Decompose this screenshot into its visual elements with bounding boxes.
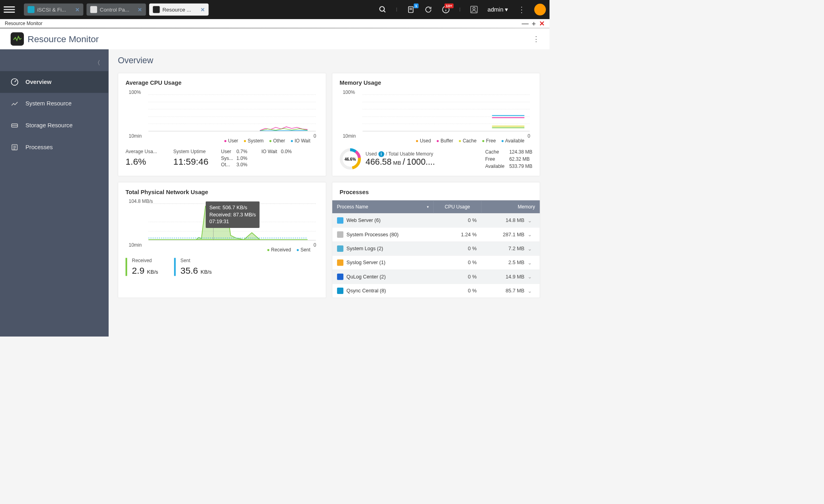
legend-item: IO Wait	[290, 138, 310, 144]
sidebar-item-label: Storage Resource	[25, 122, 72, 129]
stat-value: 2.9	[132, 266, 144, 276]
hamburger-menu-button[interactable]	[4, 4, 15, 15]
axis-zero: 0	[528, 134, 530, 139]
svg-point-9	[473, 8, 475, 10]
close-button[interactable]: ✕	[539, 19, 545, 27]
collapse-button[interactable]: 〈	[0, 54, 108, 71]
minimize-button[interactable]: —	[522, 19, 528, 27]
legend-item: User	[224, 138, 238, 144]
process-name: Qsync Central (8)	[347, 288, 386, 294]
col-memory[interactable]: Memory	[481, 200, 540, 214]
table-row[interactable]: Web Server (6) 0 % 14.8 MB ⌄	[332, 213, 540, 227]
app-icon	[11, 32, 24, 45]
legend-item: Sent	[296, 247, 310, 253]
col-cpu-usage[interactable]: CPU Usage	[434, 200, 481, 214]
process-memory: 287.1 MB	[477, 232, 524, 237]
process-icon	[337, 232, 343, 238]
info-icon[interactable]: 10+	[442, 6, 450, 14]
stat-value: 35.6	[181, 266, 198, 276]
chevron-down-icon[interactable]: ⌄	[524, 245, 535, 251]
sidebar: 〈 Overview System Resource Storage Resou…	[0, 49, 108, 336]
sidebar-item-label: Overview	[25, 78, 51, 85]
col-process-name[interactable]: Process Name▾	[332, 200, 434, 214]
user-icon[interactable]	[470, 6, 478, 14]
process-icon	[337, 274, 343, 280]
sync-icon[interactable]	[424, 6, 432, 14]
process-cpu: 1.24 %	[429, 232, 477, 237]
app-menu-icon[interactable]: ⋮	[532, 35, 539, 43]
stat-value: 1000....	[407, 157, 435, 167]
card-title: Total Physical Network Usage	[125, 189, 318, 195]
chart-icon	[11, 100, 19, 108]
sidebar-item-label: System Resource	[25, 100, 72, 107]
process-table: Process Name▾ CPU Usage Memory Web Serve…	[332, 200, 540, 298]
list-icon	[11, 143, 19, 151]
stat-value: 11:59:46	[173, 157, 213, 167]
info-icon[interactable]: i	[378, 151, 384, 157]
tab-label: Control Pa...	[100, 6, 129, 12]
chevron-down-icon[interactable]: ⌄	[524, 232, 535, 237]
dashboard-icon[interactable]	[534, 4, 546, 15]
process-name: System Logs (2)	[347, 246, 383, 252]
user-menu[interactable]: admin ▾	[487, 6, 508, 13]
more-icon[interactable]: ⋮	[518, 5, 525, 14]
table-row[interactable]: System Logs (2) 0 % 7.2 MB ⌄	[332, 241, 540, 255]
sidebar-item-overview[interactable]: Overview	[0, 71, 108, 93]
tab-label: iSCSI & Fi...	[37, 6, 66, 12]
process-icon	[337, 245, 343, 252]
chevron-down-icon[interactable]: ⌄	[524, 288, 535, 294]
close-icon[interactable]: ✕	[201, 6, 205, 13]
task-tabs: iSCSI & Fi...✕ Control Pa...✕ Resource .…	[24, 4, 208, 16]
cpu-chart: 100% 10min 0	[125, 90, 318, 137]
process-name: Syslog Server (1)	[347, 260, 386, 266]
sidebar-item-system-resource[interactable]: System Resource	[0, 93, 108, 115]
y-axis-max: 100%	[343, 90, 355, 95]
window-titlebar: Resource Monitor — + ✕	[0, 19, 549, 29]
process-icon	[337, 288, 343, 294]
disk-icon	[11, 121, 19, 129]
process-cpu: 0 %	[429, 246, 477, 252]
close-icon[interactable]: ✕	[138, 6, 142, 13]
svg-line-1	[384, 11, 385, 12]
process-name: System Processes (80)	[347, 232, 399, 237]
main-content: Overview Average CPU Usage 100% 10min 0	[108, 49, 549, 336]
cpu-sparkline	[148, 126, 308, 131]
close-icon[interactable]: ✕	[75, 6, 80, 13]
chevron-down-icon[interactable]: ⌄	[524, 260, 535, 266]
tab-control-panel[interactable]: Control Pa...✕	[86, 4, 146, 16]
table-row[interactable]: Qsync Central (8) 0 % 85.7 MB ⌄	[332, 284, 540, 298]
clipboard-icon[interactable]: 1	[407, 6, 415, 14]
stat-label: / Total Usable Memory	[386, 151, 433, 157]
memory-donut: 46.6%	[339, 148, 360, 169]
stat-label: Received	[132, 258, 158, 263]
table-row[interactable]: QuLog Center (2) 0 % 14.9 MB ⌄	[332, 270, 540, 284]
search-icon[interactable]	[379, 6, 387, 14]
card-network: Total Physical Network Usage 104.8 MB/s …	[118, 182, 326, 298]
process-cpu: 0 %	[429, 260, 477, 266]
x-axis-min: 10min	[129, 134, 142, 139]
tab-resource-monitor[interactable]: Resource ...✕	[149, 4, 208, 16]
sidebar-item-processes[interactable]: Processes	[0, 136, 108, 158]
axis-zero: 0	[314, 243, 316, 248]
card-memory: Memory Usage 100% 10min 0 Used Buffer	[332, 73, 540, 176]
table-header: Process Name▾ CPU Usage Memory	[332, 200, 540, 214]
table-row[interactable]: System Processes (80) 1.24 % 287.1 MB ⌄	[332, 228, 540, 241]
chart-tooltip: Sent: 506.7 KB/s Received: 87.3 MB/s 07:…	[206, 201, 260, 228]
cpu-legend: User System Other IO Wait	[125, 138, 310, 144]
tab-iscsi[interactable]: iSCSI & Fi...✕	[24, 4, 83, 16]
chevron-down-icon[interactable]: ⌄	[524, 218, 535, 224]
card-title: Memory Usage	[339, 80, 532, 86]
process-memory: 14.9 MB	[477, 274, 524, 280]
process-cpu: 0 %	[429, 274, 477, 280]
stat-label: IO Wait	[261, 149, 277, 154]
sort-icon[interactable]: ▾	[427, 205, 429, 209]
legend-item: Cache	[458, 138, 476, 144]
maximize-button[interactable]: +	[532, 19, 536, 27]
memory-legend: Used Buffer Cache Free Available	[339, 138, 524, 144]
process-memory: 2.5 MB	[477, 260, 524, 266]
process-icon	[337, 217, 343, 224]
table-row[interactable]: Syslog Server (1) 0 % 2.5 MB ⌄	[332, 255, 540, 269]
chevron-down-icon[interactable]: ⌄	[524, 274, 535, 280]
stat-label: Sent	[181, 258, 212, 263]
sidebar-item-storage-resource[interactable]: Storage Resource	[0, 115, 108, 136]
